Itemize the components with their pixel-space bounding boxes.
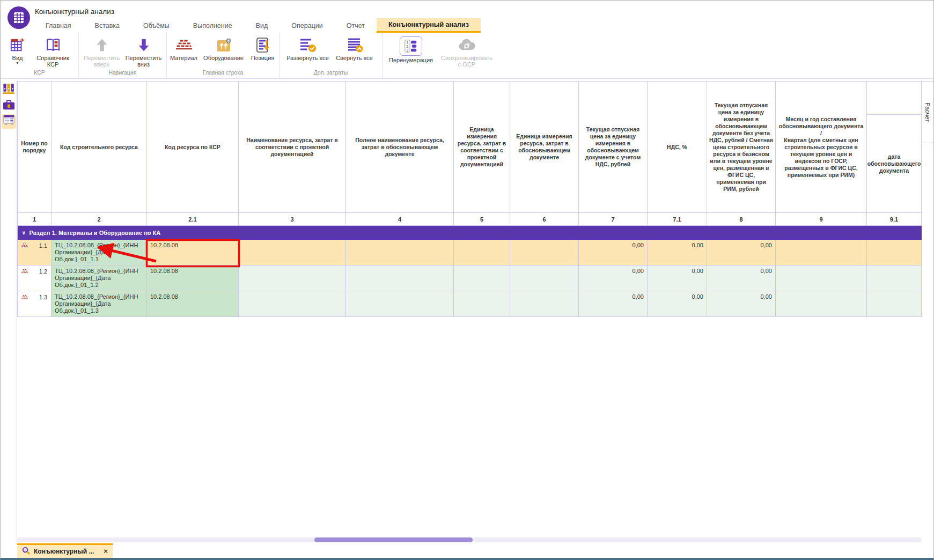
bricks-icon bbox=[175, 36, 193, 54]
month-year-cell[interactable] bbox=[776, 240, 867, 265]
ribbon-group-label-main-row: Главная строка bbox=[167, 69, 279, 78]
tab-vypolnenie[interactable]: Выполнение bbox=[181, 18, 244, 33]
view-button[interactable]: Вид ▾ bbox=[6, 36, 30, 65]
renumber-button-label: Перенумерация bbox=[389, 57, 433, 63]
panel-tab-calculation[interactable]: Расчет bbox=[921, 81, 934, 143]
vat-percent-cell[interactable]: 0,00 bbox=[648, 291, 707, 316]
price-without-vat-cell[interactable]: 0,00 bbox=[707, 266, 776, 291]
column-number: 3 bbox=[239, 213, 346, 225]
window-title: Конъюнктурный анализ bbox=[35, 8, 114, 16]
column-number: 8 bbox=[707, 213, 776, 225]
sidebar-estimate-sheet-button[interactable] bbox=[2, 114, 16, 129]
horizontal-scrollbar-thumb[interactable] bbox=[314, 537, 473, 542]
table-row: 1.3 ТЦ_10.2.08.08_{Регион}_{ИНН Организа… bbox=[18, 291, 922, 317]
material-button[interactable]: Материал bbox=[168, 36, 200, 61]
row-number: 1.1 bbox=[39, 242, 47, 249]
row-number-cell[interactable]: 1.2 bbox=[18, 266, 52, 291]
collapse-all-button[interactable]: Свернуть все bbox=[333, 36, 376, 61]
equipment-button[interactable]: Оборудование bbox=[203, 36, 245, 61]
column-number: 6 bbox=[510, 213, 579, 225]
ribbon-group-numbering: 1 2 3 Перенумерация bbox=[383, 33, 496, 78]
ksr-code-cell[interactable]: 10.2.08.08 bbox=[147, 291, 239, 316]
unit-document-cell[interactable] bbox=[510, 240, 579, 265]
unit-project-cell[interactable] bbox=[454, 291, 510, 316]
table-row: 1.2 ТЦ_10.2.08.08_{Регион}_{ИНН Организа… bbox=[18, 266, 922, 291]
price-without-vat-cell[interactable]: 0,00 bbox=[707, 291, 776, 316]
month-year-cell[interactable] bbox=[776, 291, 867, 316]
document-date-cell[interactable] bbox=[867, 240, 922, 265]
close-icon[interactable]: ✕ bbox=[103, 548, 108, 555]
tab-vstavka[interactable]: Вставка bbox=[83, 18, 131, 33]
equipment-button-label: Оборудование bbox=[203, 55, 244, 61]
unit-project-cell[interactable] bbox=[454, 240, 510, 265]
move-down-arrow-icon bbox=[137, 36, 151, 54]
column-number-row: 1 2 2.1 3 4 5 6 7 7.1 8 9 9.1 bbox=[18, 213, 922, 226]
ksr-reference-button-label: Справочник КСР bbox=[33, 55, 73, 68]
resource-code-cell[interactable]: ТЦ_10.2.08.08_{Регион}_{ИНН Организации}… bbox=[52, 240, 147, 265]
ksr-code-cell[interactable]: 10.2.08.08 bbox=[147, 266, 239, 291]
chevron-down-icon[interactable]: ∨ bbox=[22, 230, 26, 235]
sidebar-briefcase-button[interactable] bbox=[2, 99, 16, 113]
table-header-row: Номер по порядку Код строительного ресур… bbox=[18, 82, 922, 213]
move-up-button[interactable]: Переместить вверх bbox=[83, 36, 121, 68]
cloud-sync-icon bbox=[458, 36, 476, 54]
magnifier-icon bbox=[21, 546, 31, 557]
unit-document-cell[interactable] bbox=[510, 291, 579, 316]
price-with-vat-cell[interactable]: 0,00 bbox=[579, 291, 648, 316]
column-header-document-date-top bbox=[867, 82, 921, 115]
document-date-cell[interactable] bbox=[867, 291, 922, 316]
tab-vid[interactable]: Вид bbox=[244, 18, 280, 33]
briefcase-icon bbox=[2, 98, 16, 114]
section-row[interactable]: ∨ Раздел 1. Материалы и Оборудование по … bbox=[18, 226, 922, 240]
full-name-cell[interactable] bbox=[346, 266, 454, 291]
price-with-vat-cell[interactable]: 0,00 bbox=[579, 240, 648, 265]
section-title: Раздел 1. Материалы и Оборудование по КА bbox=[30, 230, 161, 236]
vat-percent-cell[interactable]: 0,00 bbox=[648, 240, 707, 265]
position-button[interactable]: Позиция bbox=[248, 36, 278, 61]
table-view-icon bbox=[10, 36, 26, 54]
row-number-cell[interactable]: 1.3 bbox=[18, 291, 52, 316]
bottom-document-tab-label: Конъюнктурный ... bbox=[34, 548, 94, 555]
estimate-table: Номер по порядку Код строительного ресур… bbox=[17, 81, 922, 317]
vat-percent-cell[interactable]: 0,00 bbox=[648, 266, 707, 291]
bottom-document-tab[interactable]: Конъюнктурный ... ✕ bbox=[17, 543, 113, 558]
ribbon-group-navigation: Переместить вверх Переместить вниз Навиг… bbox=[79, 33, 167, 78]
month-year-cell[interactable] bbox=[776, 266, 867, 291]
resource-code-cell[interactable]: ТЦ_10.2.08.08_{Регион}_{ИНН Организации}… bbox=[52, 291, 147, 316]
tab-konyunkturnyy-analiz[interactable]: Конъюнктурный анализ bbox=[377, 18, 481, 33]
equipment-box-icon bbox=[216, 36, 232, 54]
ksr-code-cell[interactable]: 10.2.08.08 bbox=[147, 240, 239, 265]
row-number: 1.2 bbox=[39, 268, 47, 275]
horizontal-scrollbar[interactable] bbox=[17, 537, 922, 542]
ribbon-group-ksr: Вид ▾ Справочник КСР КСР bbox=[1, 33, 79, 78]
position-list-icon bbox=[255, 36, 271, 54]
renumber-button[interactable]: 1 2 3 Перенумерация bbox=[385, 36, 437, 63]
price-with-vat-cell[interactable]: 0,00 bbox=[579, 266, 648, 291]
name-project-cell[interactable] bbox=[239, 291, 346, 316]
ribbon-group-extra-costs: Развернуть все Свернуть все bbox=[280, 33, 383, 78]
full-name-cell[interactable] bbox=[346, 291, 454, 316]
sync-osr-button[interactable]: Синхронизировать с ОСР bbox=[440, 36, 494, 68]
spreadsheet-icon bbox=[2, 114, 16, 129]
row-number-cell[interactable]: 1.1 bbox=[18, 240, 52, 265]
ksr-reference-button[interactable]: Справочник КСР bbox=[33, 36, 73, 68]
unit-document-cell[interactable] bbox=[510, 266, 579, 291]
column-header-vat-percent: НДС, % bbox=[648, 82, 707, 212]
document-date-cell[interactable] bbox=[867, 266, 922, 291]
tab-operacii[interactable]: Операции bbox=[280, 18, 334, 33]
price-without-vat-cell[interactable]: 0,00 bbox=[707, 240, 776, 265]
full-name-cell[interactable] bbox=[346, 240, 454, 265]
tab-glavnaya[interactable]: Главная bbox=[34, 18, 83, 33]
name-project-cell[interactable] bbox=[239, 240, 346, 265]
svg-text:3: 3 bbox=[407, 48, 409, 52]
unit-project-cell[interactable] bbox=[454, 266, 510, 291]
move-down-button[interactable]: Переместить вниз bbox=[124, 36, 163, 68]
move-down-button-label: Переместить вниз bbox=[124, 55, 163, 68]
expand-all-button[interactable]: Развернуть все bbox=[286, 36, 330, 61]
tab-otchet[interactable]: Отчет bbox=[335, 18, 377, 33]
name-project-cell[interactable] bbox=[239, 266, 346, 291]
app-logo-icon bbox=[7, 6, 31, 30]
tab-obyomy[interactable]: Объёмы bbox=[131, 18, 181, 33]
resource-code-cell[interactable]: ТЦ_10.2.08.08_{Регион}_{ИНН Организации}… bbox=[52, 266, 147, 291]
sidebar-binders-button[interactable] bbox=[2, 83, 16, 97]
